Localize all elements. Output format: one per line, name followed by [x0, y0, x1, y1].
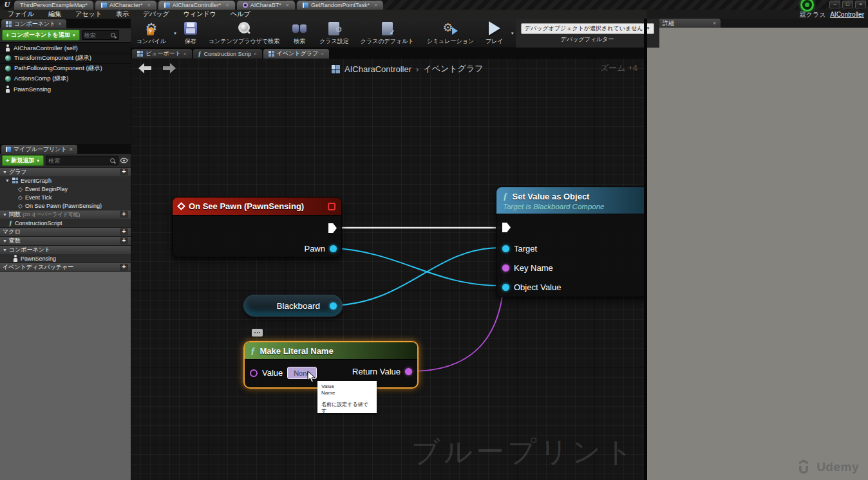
comment-bubble-icon[interactable]: [252, 329, 263, 337]
event-graph-canvas[interactable]: AICharaController › イベントグラフ ズーム +4 ブループリ…: [131, 59, 644, 480]
asset-tab-getrandompointtask[interactable]: GetRandomPointTask* ×: [297, 1, 383, 10]
myblueprint-search[interactable]: [46, 156, 118, 165]
exec-output-pin[interactable]: [328, 223, 337, 233]
tree-item-on-see-pawn[interactable]: ◇ On See Pawn (PawnSensing): [0, 201, 131, 210]
component-item-pawnsensing[interactable]: PawnSensing: [0, 84, 131, 94]
tab-construction-script[interactable]: ƒ Construction Scrip ×: [193, 49, 262, 59]
section-label: 変数: [9, 237, 21, 245]
tree-item-eventgraph[interactable]: ▼ EventGraph: [0, 176, 131, 185]
close-icon[interactable]: ×: [321, 51, 324, 57]
asset-tab-aicharabt[interactable]: AICharaBT* ×: [237, 1, 295, 10]
close-icon[interactable]: ×: [225, 2, 229, 8]
new-add-button[interactable]: + 新規追加 ▼: [2, 155, 44, 166]
asset-tab-aicharacter[interactable]: AICharacter* ×: [95, 1, 156, 10]
node-set-value-as-object[interactable]: ƒ Set Value as Object Target is Blackboa…: [496, 187, 644, 297]
class-defaults-button[interactable]: ✓ クラスのデフォルト: [355, 19, 420, 48]
node-blackboard-variable[interactable]: Blackboard: [243, 295, 343, 317]
components-search-input[interactable]: [84, 32, 110, 39]
add-graph-button[interactable]: +: [120, 169, 128, 176]
tree-item-pawnsensing[interactable]: PawnSensing: [0, 254, 131, 263]
return-value-output-pin[interactable]: [405, 368, 412, 375]
parent-class-link[interactable]: AIController: [830, 11, 864, 18]
menu-help[interactable]: ヘルプ: [231, 10, 250, 19]
add-macro-button[interactable]: +: [120, 228, 128, 235]
event-delegate-icon[interactable]: [328, 203, 335, 210]
section-components[interactable]: ▼ コンポーネント: [0, 245, 131, 254]
find-in-content-browser-button[interactable]: コンテンツブラウザで検索: [203, 19, 285, 48]
value-input-pin[interactable]: [250, 369, 258, 377]
menu-file[interactable]: ファイル: [8, 10, 34, 19]
nav-back-button[interactable]: [137, 62, 153, 74]
debug-object-dropdown[interactable]: デバッグオブジェクトが選択されていません ▼: [521, 23, 654, 34]
menu-debug[interactable]: デバッグ: [143, 10, 169, 19]
section-graphs[interactable]: ▼ グラフ +: [0, 167, 131, 176]
expander-icon: ▼: [3, 239, 7, 243]
mouse-cursor: [307, 371, 316, 383]
tab-components[interactable]: コンポーネント ×: [1, 19, 66, 28]
add-function-button[interactable]: +: [120, 211, 128, 218]
menu-view[interactable]: 表示: [116, 10, 129, 19]
save-button[interactable]: 保存: [178, 19, 203, 48]
component-item-actionscomp[interactable]: ActionsComp (継承): [0, 73, 131, 84]
pawn-output-pin[interactable]: [330, 245, 337, 252]
close-icon[interactable]: ×: [70, 146, 73, 152]
visibility-filter-eye-icon[interactable]: [120, 158, 129, 163]
tooltip-line: Value: [321, 383, 373, 390]
close-button[interactable]: ×: [855, 1, 866, 8]
menu-edit[interactable]: 編集: [48, 10, 61, 19]
compile-button[interactable]: ⚙ ? コンパイル: [131, 19, 172, 48]
close-icon[interactable]: ×: [374, 2, 377, 8]
play-button[interactable]: プレイ: [480, 19, 509, 48]
exec-input-pin[interactable]: [502, 223, 511, 232]
component-item-transform[interactable]: TransformComponent (継承): [0, 53, 131, 63]
section-label: マクロ: [3, 228, 21, 236]
section-functions[interactable]: ▼ 関数 (20 オーバーライド可能) +: [0, 210, 131, 219]
section-event-dispatchers[interactable]: イベントディスパッチャー +: [0, 263, 131, 272]
blackboard-output-pin[interactable]: [330, 302, 337, 309]
component-item-self[interactable]: AICharaController (self): [0, 42, 131, 53]
section-variables[interactable]: ▼ 変数 +: [0, 236, 131, 245]
add-component-button[interactable]: + コンポーネントを追加 ▼: [2, 30, 80, 41]
udemy-logo-icon: [795, 459, 812, 475]
menu-asset[interactable]: アセット: [75, 10, 102, 19]
section-macros[interactable]: マクロ +: [0, 227, 131, 236]
class-settings-button[interactable]: ⚙ クラス設定: [314, 19, 355, 48]
close-icon[interactable]: ×: [184, 51, 187, 57]
components-search[interactable]: [82, 30, 119, 40]
myblueprint-tree: ▼ グラフ + ▼ EventGraph ◇ Event BeginPlay ◇…: [0, 167, 131, 480]
breadcrumb-root[interactable]: AICharaController: [344, 64, 411, 74]
close-icon[interactable]: ×: [147, 2, 151, 8]
play-options-caret[interactable]: ▼: [511, 32, 514, 35]
tree-item-event-tick[interactable]: ◇ Event Tick: [0, 193, 131, 201]
nav-forward-button[interactable]: [162, 62, 177, 74]
asset-tab-thirdpersonexamplemap[interactable]: ThirdPersonExampleMap*: [14, 1, 93, 10]
close-icon[interactable]: ×: [286, 2, 289, 8]
component-item-pathfollowing[interactable]: PathFollowingComponent (継承): [0, 63, 131, 73]
node-on-see-pawn[interactable]: On See Pawn (PawnSensing) Pawn: [172, 197, 342, 257]
minimize-button[interactable]: –: [829, 1, 840, 8]
tab-viewport[interactable]: ビューポート ×: [132, 49, 192, 59]
target-input-pin[interactable]: [502, 245, 509, 252]
window-controls: – □ ×: [829, 1, 866, 8]
tab-event-graph[interactable]: イベントグラフ ×: [263, 49, 329, 59]
myblueprint-search-input[interactable]: [48, 158, 109, 164]
panel-splitter[interactable]: [644, 0, 647, 480]
add-dispatcher-button[interactable]: +: [120, 264, 128, 271]
section-label: イベントディスパッチャー: [3, 263, 73, 272]
key-name-input-pin[interactable]: [502, 264, 509, 272]
asset-tab-aicharacontroller[interactable]: AICharaController* ×: [158, 1, 235, 10]
object-value-input-pin[interactable]: [502, 284, 509, 291]
close-icon[interactable]: ×: [58, 21, 61, 27]
tree-item-constructionscript[interactable]: ƒ ConstructionScript: [0, 219, 131, 227]
add-variable-button[interactable]: +: [120, 237, 128, 245]
tab-my-blueprint[interactable]: マイブループリント ×: [1, 145, 77, 154]
close-icon[interactable]: ×: [254, 51, 257, 57]
maximize-button[interactable]: □: [842, 1, 853, 8]
tree-item-event-beginplay[interactable]: ◇ Event BeginPlay: [0, 185, 131, 193]
compile-options-caret[interactable]: ▼: [173, 32, 177, 35]
tab-details[interactable]: 詳細 ×: [649, 19, 721, 28]
simulate-button[interactable]: ⚙ シミュレーション: [421, 19, 480, 48]
menu-window[interactable]: ウィンドウ: [184, 10, 216, 19]
close-icon[interactable]: ×: [713, 20, 716, 26]
search-button[interactable]: 検索: [287, 19, 312, 48]
